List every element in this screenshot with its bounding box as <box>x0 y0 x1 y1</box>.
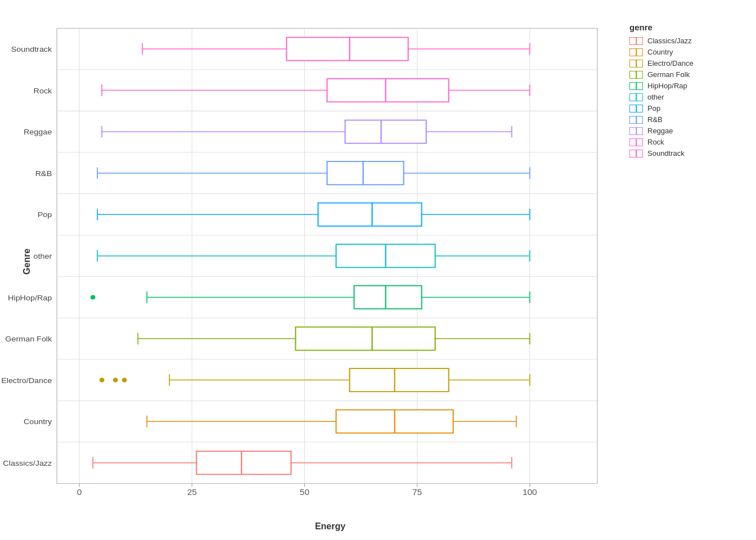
legend-label: HipHop/Rap <box>647 82 687 90</box>
legend-label: other <box>647 93 664 101</box>
legend-label: Electro/Dance <box>647 59 694 68</box>
svg-rect-60 <box>327 161 403 184</box>
legend-label: R&B <box>647 115 663 124</box>
legend-title: genre <box>629 22 745 32</box>
svg-rect-42 <box>286 37 408 60</box>
legend-item: other <box>629 93 745 101</box>
svg-text:HipHop/Rap: HipHop/Rap <box>8 294 52 302</box>
svg-text:German Folk: German Folk <box>5 335 52 343</box>
svg-text:Rock: Rock <box>34 87 52 94</box>
legend-label: Reggae <box>647 127 673 135</box>
svg-text:Classics/Jazz: Classics/Jazz <box>3 459 52 467</box>
svg-text:Country: Country <box>24 418 52 426</box>
legend-item: R&B <box>629 115 745 124</box>
legend-item: Soundtrack <box>629 149 745 158</box>
svg-point-94 <box>113 378 118 382</box>
svg-text:Soundtrack: Soundtrack <box>11 46 52 53</box>
svg-rect-106 <box>196 451 291 474</box>
legend-item: HipHop/Rap <box>629 82 745 90</box>
svg-text:0: 0 <box>77 488 82 496</box>
legend-items: Classics/Jazz Country Electro/Dance Germ… <box>629 37 745 158</box>
svg-text:25: 25 <box>187 488 197 496</box>
svg-rect-48 <box>327 79 448 102</box>
legend-label: Soundtrack <box>647 149 685 158</box>
legend-item: Pop <box>629 104 745 112</box>
svg-text:Pop: Pop <box>38 211 52 219</box>
svg-text:R&B: R&B <box>35 169 52 177</box>
svg-rect-85 <box>295 327 435 350</box>
svg-point-80 <box>91 295 96 299</box>
svg-text:Electro/Dance: Electro/Dance <box>1 376 52 384</box>
svg-text:Reggae: Reggae <box>24 128 52 136</box>
legend-item: Electro/Dance <box>629 59 745 68</box>
y-axis-label: Genre <box>22 249 32 274</box>
legend-label: Pop <box>647 104 660 112</box>
legend-item: German Folk <box>629 70 745 79</box>
svg-text:100: 100 <box>523 488 537 496</box>
svg-text:other: other <box>34 252 52 260</box>
legend-label: German Folk <box>647 70 690 79</box>
legend-item: Country <box>629 48 745 56</box>
svg-point-95 <box>122 378 127 382</box>
legend-item: Rock <box>629 138 745 146</box>
plot-area: Genre 0255075100SoundtrackRockReggaeR&BP… <box>51 17 610 506</box>
legend-item: Classics/Jazz <box>629 37 745 45</box>
svg-rect-54 <box>345 120 426 143</box>
chart-svg: 0255075100SoundtrackRockReggaeR&BPopothe… <box>51 17 610 506</box>
legend-label: Classics/Jazz <box>647 37 692 45</box>
chart-container: Genre 0255075100SoundtrackRockReggaeR&BP… <box>0 0 756 540</box>
legend-label: Rock <box>647 138 664 146</box>
x-axis-label: Energy <box>315 521 345 532</box>
svg-rect-78 <box>354 286 422 309</box>
legend: genre Classics/Jazz Country Electro/Danc… <box>621 17 745 506</box>
legend-label: Country <box>647 48 673 56</box>
svg-rect-66 <box>318 203 421 226</box>
svg-text:50: 50 <box>300 488 309 496</box>
svg-text:75: 75 <box>412 488 422 496</box>
svg-point-93 <box>100 378 105 382</box>
legend-item: Reggae <box>629 127 745 135</box>
svg-rect-91 <box>350 368 449 392</box>
